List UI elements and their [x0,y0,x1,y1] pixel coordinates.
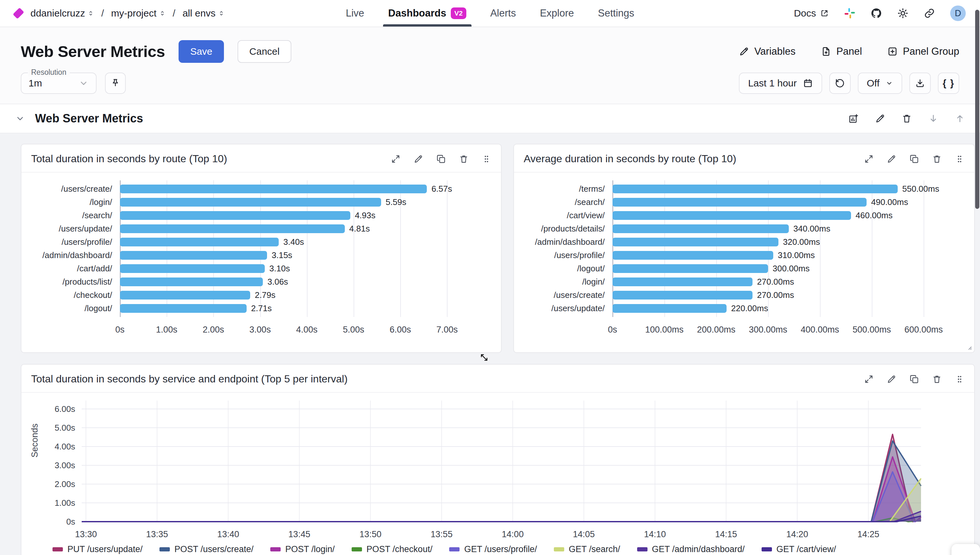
breadcrumb-org[interactable]: ddanielcruzz [31,8,94,19]
add-panel-group-button[interactable]: Panel Group [887,46,959,57]
arrow-up-icon[interactable] [955,113,965,124]
copy-icon[interactable] [436,154,446,164]
bar-category-label: /search/ [515,197,613,207]
bar-value-label: 4.81s [349,224,370,234]
bar-value-label: 2.71s [251,303,272,313]
bar-row: /admin/dashboard/320.00ms [613,236,960,249]
scrollbar-thumb[interactable] [975,10,979,209]
time-series-chart: Seconds 0s1.00s2.00s3.00s4.00s5.00s6.00s… [21,393,974,544]
resolution-label: Resolution [28,68,70,77]
tab-explore[interactable]: Explore [540,0,574,27]
section-actions [848,113,965,124]
variables-button[interactable]: Variables [739,46,796,57]
docs-link[interactable]: Docs [794,8,829,19]
grip-icon[interactable] [955,374,964,384]
breadcrumb-env[interactable]: all envs [182,8,225,19]
auto-refresh-select[interactable]: Off [858,72,902,94]
grip-icon[interactable] [481,154,491,164]
legend-item[interactable]: GET /cart/view/ [761,544,836,554]
bar-category-label: /admin/dashboard/ [515,237,613,247]
bar [613,278,753,286]
time-range-button[interactable]: Last 1 hour [739,72,822,94]
legend-swatch [761,547,772,552]
pencil-icon[interactable] [875,113,885,124]
corner-resize-icon[interactable] [964,343,973,351]
x-axis-tick: 1.00s [156,325,177,335]
copy-icon[interactable] [909,374,919,384]
bar-row: /logout/2.71s [120,302,487,315]
slack-icon[interactable] [844,8,856,19]
svg-text:1.00s: 1.00s [55,498,75,508]
panel-duration-by-service-endpoint: Total duration in seconds by service and… [21,364,975,555]
sun-icon[interactable] [897,8,909,19]
bar [120,291,250,300]
legend-item[interactable]: POST /checkout/ [352,544,433,554]
grip-icon[interactable] [955,154,964,164]
breadcrumb-separator: / [101,8,104,19]
chart-add-icon[interactable] [848,113,859,124]
bar [120,184,427,193]
bar-row: /admin/dashboard/3.15s [120,249,487,262]
bar-row: /login/270.00ms [613,275,960,289]
tab-dashboards[interactable]: Dashboards V2 [388,0,466,27]
json-view-button[interactable]: { } [938,72,959,94]
resize-nwse-icon [479,352,489,363]
main-nav: Live Dashboards V2 Alerts Explore Settin… [346,0,634,27]
svg-text:13:40: 13:40 [217,529,239,539]
pin-button[interactable] [105,72,126,94]
tab-settings[interactable]: Settings [598,0,634,27]
panel-group-header: Web Server Metrics [0,104,980,133]
legend-item[interactable]: POST /login/ [270,544,335,554]
bar-row: /logout/300.00ms [613,262,960,275]
bar [613,198,867,207]
save-button[interactable]: Save [179,40,224,63]
panel-title: Total duration in seconds by route (Top … [31,153,227,165]
expand-icon[interactable] [864,374,874,384]
legend-item[interactable]: GET /users/profile/ [449,544,537,554]
bar-row: /products/list/3.06s [120,275,487,289]
trash-icon[interactable] [932,374,942,384]
bar [613,211,851,220]
legend-item[interactable]: GET /search/ [554,544,620,554]
bar-category-label: /login/ [515,277,613,287]
expand-icon[interactable] [391,154,401,164]
github-icon[interactable] [871,8,882,19]
breadcrumb-project[interactable]: my-project [111,8,166,19]
arrow-down-icon[interactable] [928,113,938,124]
scrollbar[interactable] [974,0,980,555]
bar-category-label: /products/details/ [515,224,613,234]
resolution-select[interactable]: Resolution 1m [21,72,97,94]
bar-value-label: 320.00ms [783,237,820,247]
link-icon[interactable] [924,8,935,19]
bar [120,198,381,207]
legend-swatch [53,547,63,552]
cancel-button[interactable]: Cancel [238,40,291,63]
tab-alerts[interactable]: Alerts [490,0,516,27]
download-button[interactable] [909,72,931,94]
trash-icon[interactable] [901,113,912,124]
bar-row: /login/5.59s [120,196,487,209]
pencil-icon[interactable] [887,374,896,384]
add-panel-button[interactable]: Panel [821,46,862,57]
x-axis-tick: 6.00s [389,325,411,335]
trash-icon[interactable] [932,154,942,164]
tab-live[interactable]: Live [346,0,364,27]
svg-text:3.00s: 3.00s [55,460,75,470]
refresh-button[interactable] [829,72,851,94]
panel-actions [864,374,964,384]
pencil-icon[interactable] [887,154,896,164]
copy-icon[interactable] [909,154,919,164]
legend-item[interactable]: PUT /users/update/ [53,544,143,554]
bar [613,291,753,300]
chevron-updown-icon [87,10,94,16]
avatar[interactable]: D [950,5,966,21]
x-axis-tick: 200.00ms [697,325,735,335]
trash-icon[interactable] [459,154,468,164]
pencil-icon[interactable] [414,154,423,164]
project-name: my-project [111,8,156,19]
collapse-chevron-icon[interactable] [15,113,25,124]
expand-icon[interactable] [864,154,874,164]
legend-item[interactable]: POST /users/create/ [159,544,253,554]
legend-item[interactable]: GET /admin/dashboard/ [637,544,745,554]
bar-category-label: /logout/ [23,303,120,313]
